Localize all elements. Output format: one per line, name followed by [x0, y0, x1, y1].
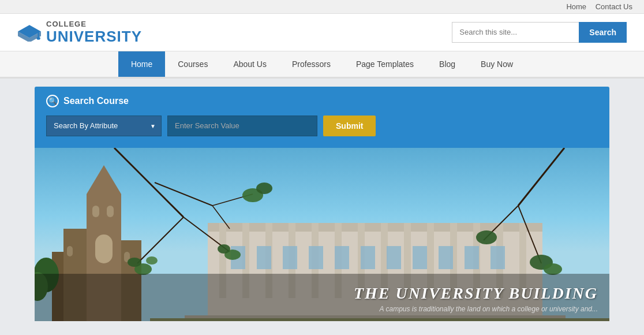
- svg-rect-18: [208, 223, 542, 232]
- nav-item-professors[interactable]: Professors: [279, 51, 343, 77]
- header: COLLEGE UNIVERSITY Search: [0, 14, 644, 51]
- header-search-area: Search: [452, 22, 627, 43]
- contact-link[interactable]: Contact Us: [596, 2, 632, 11]
- search-course-icon: 🔍: [46, 95, 59, 107]
- top-bar: Home Contact Us: [0, 0, 644, 14]
- svg-rect-41: [439, 246, 453, 269]
- svg-rect-33: [231, 246, 245, 269]
- graduation-cap-icon: [17, 23, 42, 42]
- svg-rect-14: [124, 252, 130, 262]
- svg-rect-12: [107, 206, 114, 217]
- svg-rect-6: [95, 234, 113, 263]
- main-nav: Home Courses About Us Professors Page Te…: [0, 51, 644, 79]
- svg-rect-37: [335, 246, 349, 269]
- svg-rect-38: [361, 246, 375, 269]
- nav-item-page-templates[interactable]: Page Templates: [343, 51, 426, 77]
- logo: COLLEGE UNIVERSITY: [17, 20, 142, 45]
- main-content: 🔍 Search Course Search By Attribute Subm…: [0, 79, 644, 321]
- attribute-select[interactable]: Search By Attribute: [46, 116, 162, 136]
- svg-rect-11: [92, 206, 99, 217]
- submit-button[interactable]: Submit: [323, 116, 376, 136]
- nav-item-blog[interactable]: Blog: [426, 51, 468, 77]
- home-link[interactable]: Home: [566, 2, 586, 11]
- search-value-input[interactable]: [167, 116, 317, 136]
- svg-rect-42: [465, 246, 479, 269]
- nav-item-about[interactable]: About Us: [220, 51, 279, 77]
- logo-college: COLLEGE: [46, 20, 142, 28]
- svg-rect-39: [387, 246, 401, 269]
- svg-rect-40: [413, 246, 427, 269]
- search-course-box: 🔍 Search Course Search By Attribute Subm…: [35, 87, 609, 148]
- svg-rect-36: [309, 246, 323, 269]
- svg-rect-35: [283, 246, 297, 269]
- nav-item-home[interactable]: Home: [118, 51, 165, 77]
- svg-rect-43: [491, 246, 505, 269]
- site-search-button[interactable]: Search: [579, 22, 627, 43]
- search-course-title: 🔍 Search Course: [46, 95, 598, 107]
- hero-area: THE UNIVERSITY BUILDING A campus is trad…: [35, 148, 609, 321]
- nav-item-courses[interactable]: Courses: [165, 51, 220, 77]
- logo-text: COLLEGE UNIVERSITY: [46, 20, 142, 45]
- search-controls: Search By Attribute Submit: [46, 116, 598, 136]
- svg-rect-13: [67, 246, 73, 256]
- site-search-input[interactable]: [452, 22, 579, 43]
- svg-rect-2: [38, 31, 39, 38]
- hero-subtitle: A campus is traditionally the land on wh…: [46, 305, 598, 313]
- attribute-select-wrapper: Search By Attribute: [46, 116, 162, 136]
- svg-marker-5: [87, 165, 121, 194]
- nav-item-buy-now[interactable]: Buy Now: [468, 51, 526, 77]
- hero-caption: THE UNIVERSITY BUILDING A campus is trad…: [35, 274, 609, 321]
- svg-point-3: [36, 37, 40, 40]
- logo-university: UNIVERSITY: [46, 28, 142, 45]
- svg-rect-34: [257, 246, 271, 269]
- hero-title: THE UNIVERSITY BUILDING: [46, 284, 598, 303]
